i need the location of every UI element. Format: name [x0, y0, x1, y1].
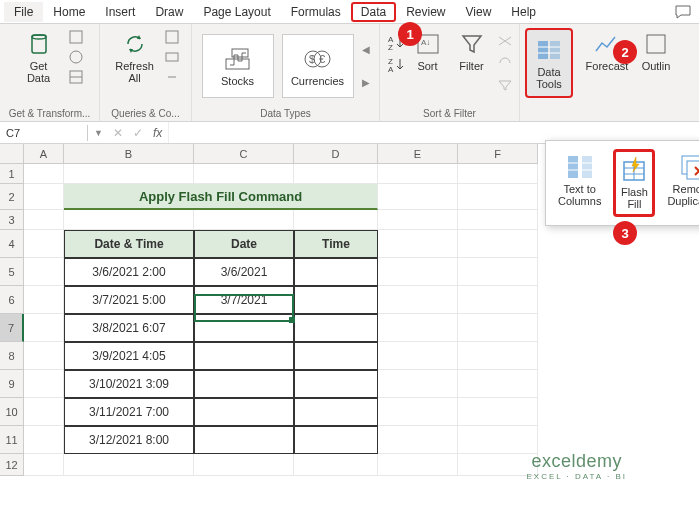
table-cell[interactable]: 3/7/2021 5:00 — [64, 286, 194, 314]
properties-icon[interactable] — [163, 48, 181, 66]
menu-file[interactable]: File — [4, 2, 43, 22]
cell[interactable] — [24, 230, 64, 258]
cell[interactable] — [378, 210, 458, 230]
table-header[interactable]: Date — [194, 230, 294, 258]
cell[interactable] — [458, 184, 538, 210]
table-cell[interactable] — [194, 370, 294, 398]
col-header[interactable]: F — [458, 144, 538, 164]
table-cell[interactable] — [294, 426, 378, 454]
cell[interactable] — [194, 210, 294, 230]
cell[interactable] — [294, 164, 378, 184]
cell[interactable] — [458, 342, 538, 370]
cell[interactable] — [378, 398, 458, 426]
cell[interactable] — [378, 454, 458, 476]
menu-insert[interactable]: Insert — [95, 2, 145, 22]
cell[interactable] — [24, 370, 64, 398]
menu-draw[interactable]: Draw — [145, 2, 193, 22]
row-header[interactable]: 7 — [0, 314, 24, 342]
menu-data[interactable]: Data — [351, 2, 396, 22]
cell[interactable] — [24, 398, 64, 426]
col-header[interactable]: E — [378, 144, 458, 164]
cell[interactable] — [194, 454, 294, 476]
queries-icon[interactable] — [163, 28, 181, 46]
table-cell[interactable]: 3/6/2021 — [194, 258, 294, 286]
table-cell[interactable]: 3/10/2021 3:09 — [64, 370, 194, 398]
data-tools-button[interactable]: Data Tools — [525, 28, 573, 98]
menu-formulas[interactable]: Formulas — [281, 2, 351, 22]
menu-home[interactable]: Home — [43, 2, 95, 22]
select-all-corner[interactable] — [0, 144, 24, 164]
row-header[interactable]: 8 — [0, 342, 24, 370]
flash-fill-button[interactable]: Flash Fill — [613, 149, 655, 217]
row-header[interactable]: 11 — [0, 426, 24, 454]
table-cell[interactable] — [294, 342, 378, 370]
from-text-icon[interactable] — [67, 28, 85, 46]
row-header[interactable]: 3 — [0, 210, 24, 230]
cell[interactable] — [24, 184, 64, 210]
table-cell[interactable]: 3/11/2021 7:00 — [64, 398, 194, 426]
remove-duplicates-button[interactable]: Remove Duplicates — [663, 149, 699, 217]
advanced-icon[interactable] — [496, 76, 514, 94]
cell[interactable] — [24, 314, 64, 342]
chevron-down-icon[interactable]: ▼ — [94, 128, 103, 138]
cell[interactable] — [64, 164, 194, 184]
col-header[interactable]: B — [64, 144, 194, 164]
row-header[interactable]: 2 — [0, 184, 24, 210]
chevron-left-icon[interactable]: ◀ — [362, 44, 370, 55]
chevron-right-icon[interactable]: ▶ — [362, 77, 370, 88]
col-header[interactable]: C — [194, 144, 294, 164]
fx-icon[interactable]: fx — [153, 126, 162, 140]
cell[interactable] — [64, 454, 194, 476]
reapply-icon[interactable] — [496, 54, 514, 72]
table-cell[interactable] — [294, 314, 378, 342]
cell[interactable] — [294, 454, 378, 476]
col-header[interactable]: D — [294, 144, 378, 164]
refresh-all-button[interactable]: Refresh All — [111, 28, 159, 86]
table-cell[interactable] — [194, 314, 294, 342]
menu-page-layout[interactable]: Page Layout — [193, 2, 280, 22]
cell[interactable] — [64, 210, 194, 230]
cell[interactable] — [24, 342, 64, 370]
cell[interactable] — [458, 210, 538, 230]
row-header[interactable]: 6 — [0, 286, 24, 314]
cell[interactable] — [458, 314, 538, 342]
table-cell[interactable] — [294, 258, 378, 286]
cell[interactable] — [24, 286, 64, 314]
table-cell[interactable] — [294, 398, 378, 426]
row-header[interactable]: 5 — [0, 258, 24, 286]
cell[interactable] — [24, 258, 64, 286]
banner-title[interactable]: Apply Flash Fill Command — [64, 184, 378, 210]
outline-button[interactable]: Outlin — [636, 28, 677, 74]
cell[interactable] — [458, 370, 538, 398]
table-cell[interactable]: 3/6/2021 2:00 — [64, 258, 194, 286]
clear-icon[interactable] — [496, 32, 514, 50]
cell[interactable] — [24, 210, 64, 230]
cell[interactable] — [378, 286, 458, 314]
cell[interactable] — [458, 398, 538, 426]
cell[interactable] — [378, 230, 458, 258]
table-cell[interactable]: 3/8/2021 6:07 — [64, 314, 194, 342]
cell[interactable] — [24, 454, 64, 476]
cell[interactable] — [378, 164, 458, 184]
currencies-button[interactable]: $€ Currencies — [282, 34, 354, 98]
table-cell[interactable] — [194, 426, 294, 454]
cell[interactable] — [458, 286, 538, 314]
cell[interactable] — [194, 164, 294, 184]
col-header[interactable]: A — [24, 144, 64, 164]
cell[interactable] — [458, 426, 538, 454]
menu-view[interactable]: View — [456, 2, 502, 22]
table-cell[interactable]: 3/7/2021 — [194, 286, 294, 314]
row-header[interactable]: 4 — [0, 230, 24, 258]
table-header[interactable]: Date & Time — [64, 230, 194, 258]
row-header[interactable]: 9 — [0, 370, 24, 398]
cell[interactable] — [458, 258, 538, 286]
enter-icon[interactable]: ✓ — [133, 126, 143, 140]
table-cell[interactable] — [194, 398, 294, 426]
stocks-button[interactable]: Stocks — [202, 34, 274, 98]
row-header[interactable]: 10 — [0, 398, 24, 426]
row-header[interactable]: 12 — [0, 454, 24, 476]
menu-review[interactable]: Review — [396, 2, 455, 22]
cell[interactable] — [378, 342, 458, 370]
menu-help[interactable]: Help — [501, 2, 546, 22]
table-cell[interactable] — [194, 342, 294, 370]
